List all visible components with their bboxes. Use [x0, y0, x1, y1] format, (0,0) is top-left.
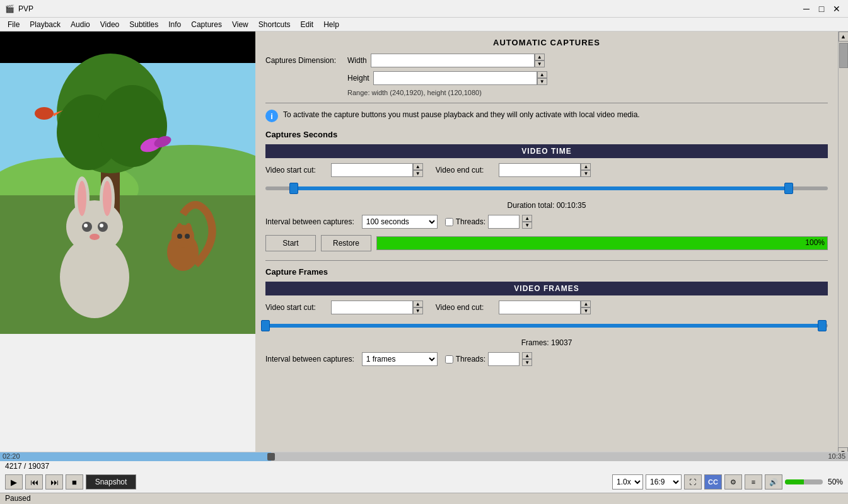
frame-end-up[interactable]: ▲ [581, 301, 591, 307]
seek-fill [0, 452, 271, 461]
progress-label: 100% [805, 238, 825, 247]
frame-slider-thumb-right[interactable] [818, 320, 827, 331]
frames-threads-down[interactable]: ▼ [522, 359, 532, 366]
frame-start-input[interactable]: 0 [331, 301, 413, 314]
width-input[interactable]: 800 pixels [371, 54, 535, 67]
height-label: Height [347, 74, 369, 83]
scroll-thumb[interactable] [839, 43, 848, 68]
interval-label: Interval between captures: [265, 217, 354, 226]
seek-bar[interactable]: 02:20 10:35 [0, 452, 848, 461]
maximize-button[interactable]: □ [815, 3, 828, 15]
frame-slider[interactable] [265, 319, 828, 332]
prev-button[interactable]: ⏮ [25, 474, 43, 490]
stop-button[interactable]: ■ [66, 474, 83, 490]
frames-threads-wrap: Threads: 10 ▲ ▼ [445, 352, 532, 366]
snapshot-button[interactable]: Snapshot [86, 474, 136, 490]
play-button[interactable]: ▶ [5, 474, 23, 490]
capture-frames-title: Capture Frames [265, 267, 828, 277]
seek-thumb[interactable] [267, 453, 275, 461]
frame-start-up[interactable]: ▲ [413, 301, 423, 307]
svg-point-21 [100, 224, 103, 227]
ratio-select[interactable]: 16:9 4:3 16:10 21:9 [646, 474, 682, 490]
start-cut-down[interactable]: ▼ [413, 170, 423, 177]
window-controls: ─ □ ✕ [800, 3, 843, 15]
speed-select[interactable]: 1.0x 0.5x 1.5x 2.0x [612, 474, 643, 490]
fullscreen-button[interactable]: ⛶ [684, 474, 702, 490]
interval-select[interactable]: 100 seconds 1 seconds 5 seconds 10 secon… [362, 215, 438, 229]
playlist-button[interactable]: ≡ [745, 474, 762, 490]
info-box: i To activate the capture buttons you mu… [265, 110, 828, 122]
time-slider-thumb-left[interactable] [289, 183, 298, 194]
start-cut-up[interactable]: ▲ [413, 163, 423, 170]
menu-help[interactable]: Help [318, 19, 344, 30]
interval-select-wrap: 100 seconds 1 seconds 5 seconds 10 secon… [362, 215, 438, 229]
threads-checkbox[interactable] [445, 218, 453, 226]
time-slider[interactable] [265, 182, 828, 195]
frames-threads-input[interactable]: 10 [488, 352, 520, 366]
minimize-button[interactable]: ─ [800, 3, 813, 15]
frame-end-down[interactable]: ▼ [581, 307, 591, 314]
start-cut-input-wrap: 00:00:30 ▲ ▼ [331, 163, 423, 177]
settings-button[interactable]: ⚙ [724, 474, 742, 490]
menu-file[interactable]: File [3, 19, 25, 30]
menu-info[interactable]: Info [163, 19, 186, 30]
threads-up[interactable]: ▲ [522, 215, 532, 222]
subtitle-button[interactable]: CC [704, 474, 722, 490]
time-total: 10:35 [828, 452, 845, 460]
end-cut-spinner: ▲ ▼ [581, 163, 591, 177]
frame-start-down[interactable]: ▼ [413, 307, 423, 314]
height-row: Height 450 pixels ▲ ▼ [265, 71, 828, 85]
frame-end-spinner: ▲ ▼ [581, 301, 591, 314]
menu-edit[interactable]: Edit [295, 19, 318, 30]
frames-threads-checkbox[interactable] [445, 355, 453, 364]
end-cut-down[interactable]: ▼ [581, 170, 591, 177]
video-time-section-title: VIDEO TIME [265, 144, 828, 158]
start-button[interactable]: Start [265, 235, 316, 251]
threads-input[interactable]: 10 [488, 215, 520, 229]
frames-interval-select[interactable]: 1 frames 5 frames 10 frames 30 frames [362, 352, 438, 366]
menu-subtitles[interactable]: Subtitles [124, 19, 163, 30]
width-spinner-buttons: ▲ ▼ [535, 54, 545, 67]
time-slider-thumb-right[interactable] [784, 183, 793, 194]
volume-percent: 50% [828, 478, 843, 486]
threads-down[interactable]: ▼ [522, 222, 532, 229]
app-icon: 🎬 [5, 4, 15, 13]
width-down-btn[interactable]: ▼ [535, 60, 545, 67]
volume-icon[interactable]: 🔊 [765, 474, 782, 490]
menu-view[interactable]: View [227, 19, 253, 30]
svg-point-7 [98, 85, 167, 167]
settings-scrollbar[interactable]: ▲ ▼ [838, 32, 848, 457]
width-up-btn[interactable]: ▲ [535, 54, 545, 60]
menu-captures[interactable]: Captures [186, 19, 227, 30]
height-input[interactable]: 450 pixels [373, 71, 537, 85]
menu-video[interactable]: Video [95, 19, 124, 30]
close-button[interactable]: ✕ [830, 3, 843, 15]
frames-threads-label: Threads: [456, 355, 485, 364]
time-slider-track [265, 186, 828, 190]
height-up-btn[interactable]: ▲ [537, 71, 547, 78]
end-cut-label: Video end cut: [436, 166, 484, 175]
end-cut-input[interactable]: 00:08:38 [499, 163, 581, 177]
frame-slider-thumb-left[interactable] [261, 320, 270, 331]
menu-audio[interactable]: Audio [66, 19, 95, 30]
video-frames-section-title: VIDEO FRAMES [265, 282, 828, 295]
next-button[interactable]: ⏭ [45, 474, 63, 490]
height-spinner-buttons: ▲ ▼ [537, 71, 547, 85]
restore-button[interactable]: Restore [321, 235, 371, 251]
menu-shortcuts[interactable]: Shortcuts [253, 19, 296, 30]
svg-point-16 [78, 181, 86, 216]
captures-seconds-title: Captures Seconds [265, 130, 828, 139]
progress-fill [377, 237, 827, 249]
frames-threads-up[interactable]: ▲ [522, 352, 532, 359]
start-cut-input[interactable]: 00:00:30 [331, 163, 413, 177]
menu-playback[interactable]: Playback [25, 19, 66, 30]
width-label: Width [347, 56, 367, 65]
frame-end-input[interactable]: 19037 [499, 301, 581, 314]
end-cut-up[interactable]: ▲ [581, 163, 591, 170]
frames-interval-label: Interval between captures: [265, 355, 354, 364]
volume-bar[interactable] [785, 479, 823, 484]
height-down-btn[interactable]: ▼ [537, 78, 547, 85]
scroll-up-arrow[interactable]: ▲ [839, 32, 849, 42]
volume-fill [785, 479, 804, 484]
width-spinner: 800 pixels ▲ ▼ [371, 54, 545, 67]
